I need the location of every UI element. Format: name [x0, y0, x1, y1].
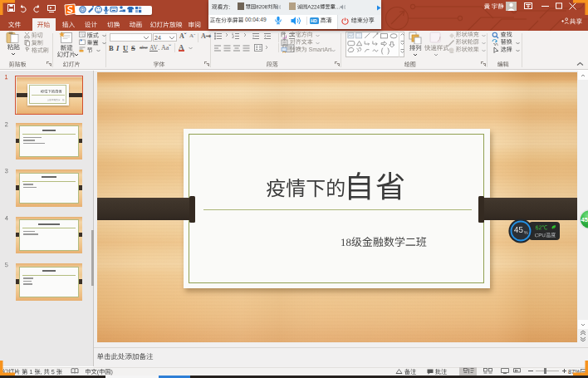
svg-text:45: 45 [581, 216, 588, 223]
